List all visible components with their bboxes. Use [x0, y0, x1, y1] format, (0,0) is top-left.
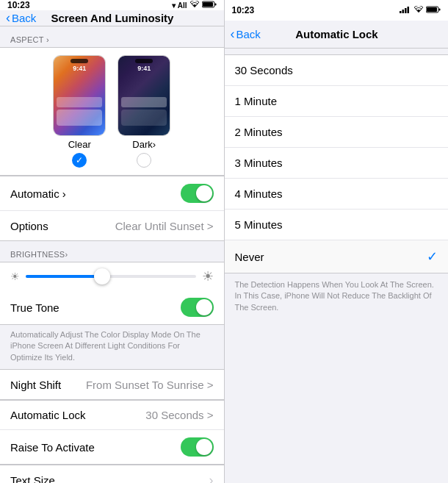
- wifi-icon: [189, 1, 200, 10]
- text-size-label: Text Size: [10, 474, 206, 483]
- status-bar-right: 10:23: [225, 0, 449, 21]
- automatic-label: Automatic ›: [10, 187, 181, 200]
- phone-notch: [71, 59, 88, 63]
- aspect-dark-label: Dark›: [132, 139, 156, 150]
- battery-icon: [202, 1, 217, 10]
- list-item-5min[interactable]: 5 Minutes: [225, 210, 449, 240]
- toggle-thumb-tt: [196, 299, 212, 315]
- radio-clear[interactable]: ✓: [72, 153, 87, 168]
- phone-time-dark: 9:41: [137, 65, 151, 72]
- raise-to-activate-row[interactable]: Raise To Activate: [0, 430, 224, 464]
- phone-notch-dark: [135, 59, 153, 63]
- aspect-clear[interactable]: 9:41 Clear ✓: [53, 55, 106, 168]
- left-panel: 10:23 ▾ All ‹ Back Screen And Luminosity…: [0, 0, 224, 483]
- back-button-right[interactable]: ‹ Back: [231, 26, 261, 42]
- sun-large-icon: ☀: [202, 268, 214, 285]
- time-left: 10:23: [7, 0, 30, 10]
- aspect-clear-label: Clear: [68, 139, 91, 150]
- toggle-thumb-raise: [196, 439, 212, 455]
- status-icons-right: [400, 6, 441, 15]
- night-shift-group: Night Shift From Sunset To Sunrise >: [0, 369, 224, 400]
- automatic-row[interactable]: Automatic ›: [0, 176, 224, 211]
- night-shift-label: Night Shift: [10, 379, 86, 391]
- list-item-3min[interactable]: 3 Minutes: [225, 148, 449, 179]
- slider-thumb[interactable]: [94, 268, 110, 285]
- text-size-row[interactable]: Text Size: [0, 465, 224, 483]
- selected-checkmark: ✓: [427, 248, 438, 265]
- raise-toggle[interactable]: [181, 437, 214, 457]
- widget-bar-2: [57, 110, 102, 126]
- lock-description: The Detection Happens When You Look At T…: [225, 273, 449, 319]
- slider-fill: [26, 275, 102, 278]
- list-item-30sec[interactable]: 30 Seconds: [225, 55, 449, 86]
- options-label: Options: [10, 220, 115, 232]
- nav-title-left: Screen And Luminosity: [36, 12, 188, 24]
- list-item-2min[interactable]: 2 Minutes: [225, 117, 449, 148]
- list-item-1min[interactable]: 1 Minute: [225, 86, 449, 117]
- night-shift-value: From Sunset To Sunrise >: [86, 379, 214, 391]
- automatic-toggle[interactable]: [181, 184, 214, 203]
- phone-screen-light: 9:41: [54, 56, 105, 135]
- phone-time-clear: 9:41: [73, 65, 86, 72]
- brightness-section-header: BRIGHTNESS›: [0, 241, 224, 262]
- phone-screen-dark: 9:41: [118, 56, 170, 135]
- back-button-left[interactable]: ‹ Back: [6, 10, 36, 26]
- status-bar-left: 10:23 ▾ All: [0, 0, 224, 10]
- signal-bars-icon: [400, 6, 411, 15]
- phone-widgets-dark: [121, 97, 167, 128]
- widget-bar-1: [57, 97, 102, 107]
- phone-mockup-clear: 9:41: [53, 55, 106, 136]
- phone-mockup-dark: 9:41: [118, 55, 170, 136]
- true-tone-row[interactable]: True Tone: [0, 290, 224, 324]
- lock-option-label-2: 2 Minutes: [235, 126, 438, 138]
- svg-rect-2: [214, 4, 216, 6]
- back-chevron-left: ‹: [6, 10, 10, 26]
- text-size-chevron: [209, 473, 214, 483]
- brightness-slider[interactable]: [26, 275, 196, 278]
- wifi-icon-right: [413, 6, 424, 15]
- options-value: Clear Until Sunset >: [115, 220, 214, 232]
- back-label-left: Back: [12, 12, 36, 24]
- true-tone-desc: Automatically Adjust The Color Display M…: [0, 325, 224, 369]
- list-item-never[interactable]: Never ✓: [225, 240, 449, 273]
- lock-options-list: 30 Seconds 1 Minute 2 Minutes 3 Minutes …: [225, 54, 449, 273]
- nav-title-right: Automatic Lock: [261, 28, 413, 40]
- nav-bar-left: ‹ Back Screen And Luminosity: [0, 10, 224, 26]
- options-row[interactable]: Options Clear Until Sunset >: [0, 211, 224, 240]
- nav-bar-right: ‹ Back Automatic Lock: [225, 21, 449, 49]
- svg-rect-4: [402, 10, 405, 13]
- signal-icon: ▾: [172, 1, 176, 10]
- widget-bar-d2: [121, 110, 167, 126]
- svg-rect-3: [400, 11, 402, 13]
- battery-icon-right: [426, 6, 441, 15]
- aspect-modes: 9:41 Clear ✓ 9:41: [0, 47, 224, 176]
- status-icons-left: ▾ All: [172, 1, 217, 10]
- auto-lock-row[interactable]: Automatic Lock 30 Seconds >: [0, 401, 224, 430]
- svg-rect-9: [439, 9, 441, 11]
- text-size-group: Text Size: [0, 465, 224, 483]
- auto-lock-value: 30 Seconds >: [145, 409, 213, 421]
- lock-option-label-6: Never: [235, 251, 427, 263]
- aspect-dark[interactable]: 9:41 Dark›: [118, 55, 170, 168]
- lock-option-label-0: 30 Seconds: [235, 64, 438, 76]
- sun-small-icon: ☀: [10, 271, 20, 282]
- svg-rect-6: [408, 7, 410, 13]
- svg-rect-8: [427, 7, 437, 12]
- true-tone-toggle[interactable]: [181, 298, 214, 317]
- toggle-thumb-auto: [196, 185, 212, 201]
- phone-widgets-clear: [57, 97, 102, 128]
- back-label-right: Back: [236, 28, 261, 40]
- radio-dark[interactable]: [137, 153, 151, 168]
- lock-option-label-4: 4 Minutes: [235, 187, 438, 200]
- auto-lock-label: Automatic Lock: [10, 409, 145, 421]
- time-right: 10:23: [232, 5, 255, 15]
- back-chevron-right: ‹: [231, 26, 235, 42]
- lock-raise-group: Automatic Lock 30 Seconds > Raise To Act…: [0, 400, 224, 465]
- night-shift-row[interactable]: Night Shift From Sunset To Sunrise >: [0, 370, 224, 399]
- true-tone-label: True Tone: [10, 301, 181, 314]
- list-item-4min[interactable]: 4 Minutes: [225, 179, 449, 210]
- widget-bar-d1: [121, 97, 167, 107]
- raise-label: Raise To Activate: [10, 441, 181, 454]
- aspect-section-header: ASPECT ›: [0, 26, 224, 47]
- lock-option-label-1: 1 Minute: [235, 95, 438, 107]
